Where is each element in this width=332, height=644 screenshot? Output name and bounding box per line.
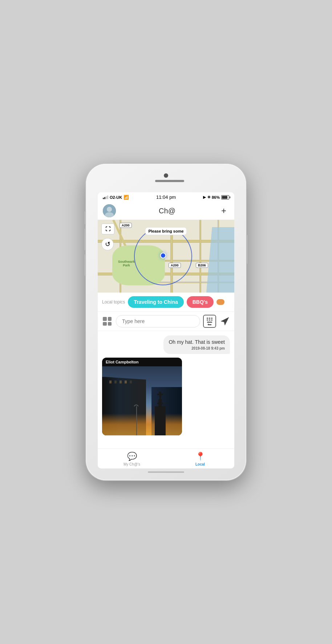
status-bar: O2-UK 📶 11:04 pm ▶ ✲ 86%: [98, 192, 234, 202]
svg-point-1: [107, 207, 112, 212]
topics-label: Local topics: [102, 299, 125, 305]
volume-up-button[interactable]: [85, 229, 86, 250]
wifi-icon: 📶: [124, 195, 129, 200]
svg-rect-9: [136, 406, 137, 435]
my-chats-icon: 💬: [127, 452, 137, 461]
map[interactable]: SouthwarkPark Please bring some A200 A20…: [98, 220, 234, 293]
media-card-author: Eliot Campbelton: [102, 358, 182, 366]
svg-rect-8: [157, 394, 163, 395]
power-button[interactable]: [246, 235, 247, 264]
app-title: Ch@: [159, 207, 175, 215]
home-indicator[interactable]: [148, 471, 184, 473]
speaker-grill: [155, 180, 184, 182]
phone-frame: O2-UK 📶 11:04 pm ▶ ✲ 86%: [86, 164, 246, 480]
refresh-button[interactable]: ↺: [101, 238, 114, 250]
message-time: 2019-08-18 9:43 pm: [169, 346, 225, 350]
topic-chip-other[interactable]: [216, 299, 224, 305]
road-badge-a200-mid: A200: [169, 263, 181, 268]
message-input[interactable]: [116, 315, 200, 327]
new-chat-button[interactable]: +: [218, 206, 229, 216]
send-button[interactable]: [219, 315, 231, 327]
nav-local[interactable]: 📍 Local: [166, 449, 234, 468]
carrier-label: O2-UK: [110, 195, 122, 200]
map-controls: ⛶ ↺: [101, 224, 114, 250]
location-icon: ▶: [203, 195, 206, 199]
street-lamp: [131, 403, 142, 435]
battery-percent: 86%: [212, 195, 220, 200]
map-message-bubble: Please bring some: [145, 227, 187, 235]
local-label: Local: [195, 462, 205, 466]
topic-chip-traveling[interactable]: Traveling to China: [128, 296, 183, 308]
message-bubble: Oh my hat. That is sweet 2019-08-18 9:43…: [163, 335, 230, 354]
svg-rect-5: [157, 403, 163, 404]
app-header: Ch@ +: [98, 202, 234, 220]
mute-button[interactable]: [85, 211, 86, 224]
messages-area: Oh my hat. That is sweet 2019-08-18 9:43…: [98, 331, 234, 448]
status-left: O2-UK 📶: [103, 195, 129, 200]
local-icon: 📍: [195, 452, 205, 461]
expand-icon[interactable]: ⛶: [101, 224, 114, 234]
road-badge-a200-top: A200: [120, 223, 132, 228]
keyboard-toggle-button[interactable]: [203, 315, 216, 328]
topics-bar: Local topics Traveling to China BBQ's: [98, 293, 234, 312]
message-text: Oh my hat. That is sweet: [169, 339, 225, 345]
input-bar: [98, 312, 234, 331]
bottom-nav: 💬 My Ch@'s 📍 Local: [98, 448, 234, 468]
bluetooth-icon: ✲: [207, 195, 210, 199]
road-badge-b206: B206: [196, 263, 208, 268]
park-label: SouthwarkPark: [118, 260, 135, 267]
grid-menu-button[interactable]: [101, 315, 113, 327]
screen: O2-UK 📶 11:04 pm ▶ ✲ 86%: [98, 192, 234, 468]
media-card-image: [102, 366, 182, 435]
church-silhouette: [147, 385, 173, 435]
clock: 11:04 pm: [156, 194, 176, 200]
nav-my-chats[interactable]: 💬 My Ch@'s: [98, 449, 166, 468]
map-location-dot: [160, 253, 166, 258]
my-chats-label: My Ch@'s: [124, 462, 140, 466]
topic-chip-bbq[interactable]: BBQ's: [187, 296, 214, 308]
media-card[interactable]: Eliot Campbelton: [102, 358, 182, 435]
svg-rect-3: [155, 406, 166, 435]
front-camera: [164, 173, 168, 178]
volume-down-button[interactable]: [85, 254, 86, 276]
battery-icon: [221, 195, 229, 200]
status-right: ▶ ✲ 86%: [203, 195, 229, 200]
avatar[interactable]: [103, 204, 116, 217]
signal-icon: [103, 196, 108, 199]
